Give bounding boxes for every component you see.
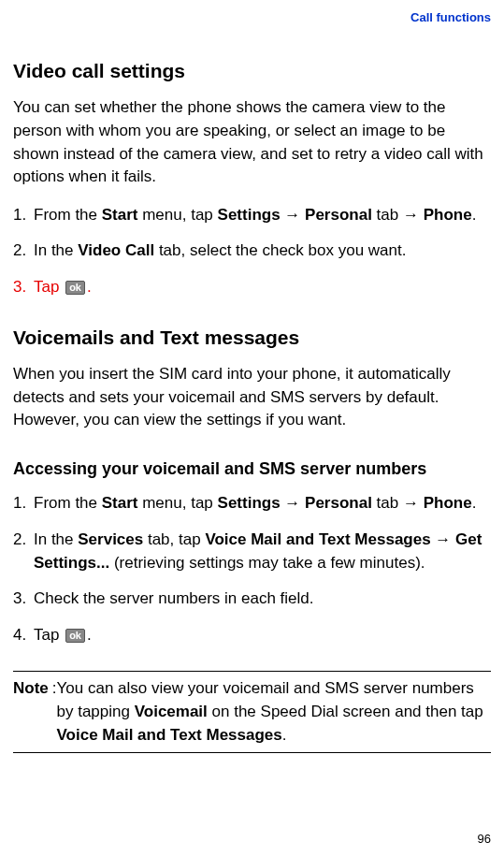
section-accessing: Accessing your voicemail and SMS server … [13, 457, 491, 646]
step-text: Check the server numbers in each field. [34, 589, 314, 607]
list-item: In the Video Call tab, select the check … [13, 239, 491, 263]
step-text: menu, tap [137, 494, 217, 512]
intro-paragraph: You can set whether the phone shows the … [13, 96, 491, 189]
step-bold: Start [102, 206, 138, 224]
header-link: Call functions [13, 9, 491, 27]
note-label: Note: [13, 677, 57, 747]
steps-list-1: From the Start menu, tap Settings → Pers… [13, 204, 491, 299]
step-bold: Video Call [78, 241, 154, 259]
section-voicemails: Voicemails and Text messages When you in… [13, 324, 491, 432]
note-bold: Voicemail [135, 703, 208, 720]
step-text: Tap [34, 278, 64, 296]
list-item: Check the server numbers in each field. [13, 588, 491, 611]
step-bold: Phone [424, 494, 472, 512]
ok-icon: ok [65, 629, 85, 643]
step-text: → [281, 206, 305, 224]
step-bold: Settings [218, 494, 281, 512]
step-bold: Voice Mail and Text Messages [205, 530, 430, 548]
note-bold: Voice Mail and Text Messages [57, 726, 282, 744]
ok-icon: ok [65, 281, 85, 295]
step-text: . [472, 494, 477, 512]
step-bold: Personal [305, 494, 372, 512]
step-bold: Phone [424, 206, 472, 224]
step-text: tab, select the check box you want. [154, 241, 406, 259]
note-text: . [282, 726, 287, 744]
step-text: . [87, 278, 92, 296]
step-bold: Settings [218, 206, 281, 224]
step-text: menu, tap [137, 206, 217, 224]
step-text: From the [34, 206, 102, 224]
list-item: From the Start menu, tap Settings → Pers… [13, 492, 491, 515]
section-video-call: Video call settings You can set whether … [13, 57, 491, 299]
subheading-accessing: Accessing your voicemail and SMS server … [13, 457, 491, 481]
step-text: In the [34, 530, 78, 548]
steps-list-2: From the Start menu, tap Settings → Pers… [13, 492, 491, 646]
step-text: → [281, 494, 305, 512]
step-bold: Personal [305, 206, 372, 224]
note-text: on the Speed Dial screen and then tap [208, 703, 483, 720]
step-text: (retrieving settings may take a few minu… [109, 554, 425, 572]
list-item: In the Services tab, tap Voice Mail and … [13, 529, 491, 574]
list-item: From the Start menu, tap Settings → Pers… [13, 204, 491, 227]
note-block: Note: You can also view your voicemail a… [13, 671, 491, 753]
list-item: Tap ok. [13, 624, 491, 647]
intro-paragraph: When you insert the SIM card into your p… [13, 363, 491, 432]
step-text: In the [34, 241, 78, 259]
note-body: You can also view your voicemail and SMS… [57, 677, 491, 747]
step-text: From the [34, 494, 102, 512]
step-bold: Start [102, 494, 138, 512]
heading-video-call-settings: Video call settings [13, 57, 491, 85]
step-text: tab → [372, 206, 424, 224]
step-text: Tap [34, 626, 64, 644]
step-text: . [87, 626, 92, 644]
page-number: 96 [478, 831, 491, 849]
step-text: tab, tap [143, 530, 205, 548]
step-text: tab → [372, 494, 424, 512]
list-item-highlighted: Tap ok. [13, 276, 491, 299]
step-bold: Services [78, 530, 143, 548]
note-label-text: Note [13, 679, 49, 697]
heading-voicemails: Voicemails and Text messages [13, 324, 491, 352]
step-text: . [472, 206, 477, 224]
step-text: → [431, 530, 455, 548]
